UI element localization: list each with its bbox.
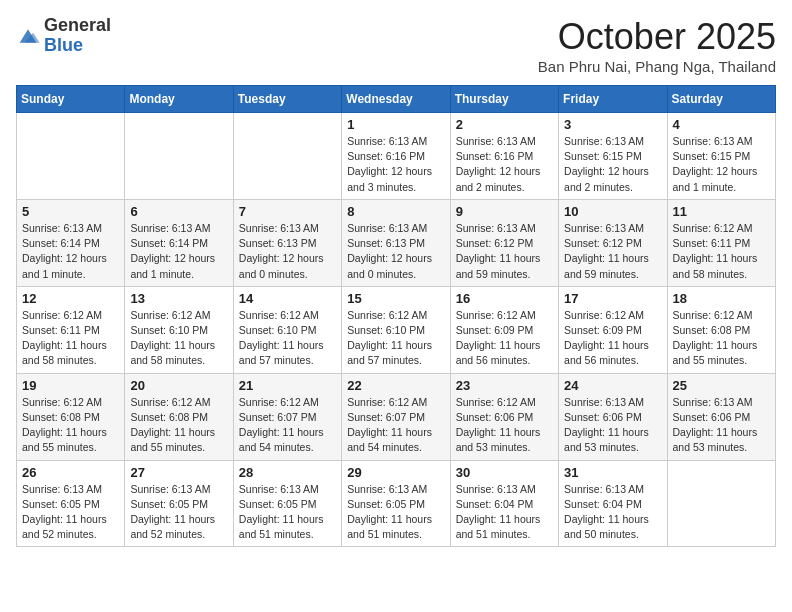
day-number: 13	[130, 291, 227, 306]
day-info: Sunrise: 6:13 AM Sunset: 6:05 PM Dayligh…	[130, 482, 227, 543]
calendar-cell: 13Sunrise: 6:12 AM Sunset: 6:10 PM Dayli…	[125, 286, 233, 373]
day-info: Sunrise: 6:12 AM Sunset: 6:09 PM Dayligh…	[564, 308, 661, 369]
calendar-week-row: 26Sunrise: 6:13 AM Sunset: 6:05 PM Dayli…	[17, 460, 776, 547]
day-info: Sunrise: 6:13 AM Sunset: 6:12 PM Dayligh…	[564, 221, 661, 282]
day-info: Sunrise: 6:12 AM Sunset: 6:10 PM Dayligh…	[130, 308, 227, 369]
calendar-cell: 6Sunrise: 6:13 AM Sunset: 6:14 PM Daylig…	[125, 199, 233, 286]
calendar-cell	[125, 113, 233, 200]
calendar-week-row: 5Sunrise: 6:13 AM Sunset: 6:14 PM Daylig…	[17, 199, 776, 286]
calendar-cell	[17, 113, 125, 200]
calendar-cell: 2Sunrise: 6:13 AM Sunset: 6:16 PM Daylig…	[450, 113, 558, 200]
calendar-cell: 30Sunrise: 6:13 AM Sunset: 6:04 PM Dayli…	[450, 460, 558, 547]
day-number: 10	[564, 204, 661, 219]
day-info: Sunrise: 6:12 AM Sunset: 6:08 PM Dayligh…	[22, 395, 119, 456]
day-number: 30	[456, 465, 553, 480]
calendar-cell: 15Sunrise: 6:12 AM Sunset: 6:10 PM Dayli…	[342, 286, 450, 373]
calendar-cell: 12Sunrise: 6:12 AM Sunset: 6:11 PM Dayli…	[17, 286, 125, 373]
weekday-header-wednesday: Wednesday	[342, 86, 450, 113]
weekday-header-row: SundayMondayTuesdayWednesdayThursdayFrid…	[17, 86, 776, 113]
day-info: Sunrise: 6:12 AM Sunset: 6:11 PM Dayligh…	[22, 308, 119, 369]
day-number: 8	[347, 204, 444, 219]
day-info: Sunrise: 6:13 AM Sunset: 6:15 PM Dayligh…	[564, 134, 661, 195]
calendar-cell: 22Sunrise: 6:12 AM Sunset: 6:07 PM Dayli…	[342, 373, 450, 460]
day-number: 11	[673, 204, 770, 219]
day-number: 27	[130, 465, 227, 480]
calendar-cell: 24Sunrise: 6:13 AM Sunset: 6:06 PM Dayli…	[559, 373, 667, 460]
calendar-cell: 27Sunrise: 6:13 AM Sunset: 6:05 PM Dayli…	[125, 460, 233, 547]
day-info: Sunrise: 6:13 AM Sunset: 6:06 PM Dayligh…	[564, 395, 661, 456]
calendar-cell: 7Sunrise: 6:13 AM Sunset: 6:13 PM Daylig…	[233, 199, 341, 286]
calendar-table: SundayMondayTuesdayWednesdayThursdayFrid…	[16, 85, 776, 547]
day-info: Sunrise: 6:12 AM Sunset: 6:10 PM Dayligh…	[347, 308, 444, 369]
calendar-cell: 20Sunrise: 6:12 AM Sunset: 6:08 PM Dayli…	[125, 373, 233, 460]
weekday-header-thursday: Thursday	[450, 86, 558, 113]
day-number: 1	[347, 117, 444, 132]
calendar-cell: 23Sunrise: 6:12 AM Sunset: 6:06 PM Dayli…	[450, 373, 558, 460]
day-info: Sunrise: 6:13 AM Sunset: 6:12 PM Dayligh…	[456, 221, 553, 282]
day-number: 6	[130, 204, 227, 219]
weekday-header-monday: Monday	[125, 86, 233, 113]
day-info: Sunrise: 6:12 AM Sunset: 6:07 PM Dayligh…	[239, 395, 336, 456]
day-info: Sunrise: 6:13 AM Sunset: 6:05 PM Dayligh…	[22, 482, 119, 543]
day-info: Sunrise: 6:13 AM Sunset: 6:06 PM Dayligh…	[673, 395, 770, 456]
calendar-cell: 5Sunrise: 6:13 AM Sunset: 6:14 PM Daylig…	[17, 199, 125, 286]
day-info: Sunrise: 6:13 AM Sunset: 6:05 PM Dayligh…	[347, 482, 444, 543]
calendar-cell	[233, 113, 341, 200]
calendar-cell: 21Sunrise: 6:12 AM Sunset: 6:07 PM Dayli…	[233, 373, 341, 460]
calendar-cell: 10Sunrise: 6:13 AM Sunset: 6:12 PM Dayli…	[559, 199, 667, 286]
day-info: Sunrise: 6:13 AM Sunset: 6:16 PM Dayligh…	[456, 134, 553, 195]
calendar-cell	[667, 460, 775, 547]
weekday-header-sunday: Sunday	[17, 86, 125, 113]
day-number: 21	[239, 378, 336, 393]
logo: General Blue	[16, 16, 111, 56]
logo-text: General Blue	[44, 16, 111, 56]
calendar-cell: 31Sunrise: 6:13 AM Sunset: 6:04 PM Dayli…	[559, 460, 667, 547]
logo-general: General	[44, 16, 111, 36]
day-number: 2	[456, 117, 553, 132]
day-number: 15	[347, 291, 444, 306]
day-info: Sunrise: 6:12 AM Sunset: 6:08 PM Dayligh…	[130, 395, 227, 456]
day-info: Sunrise: 6:13 AM Sunset: 6:15 PM Dayligh…	[673, 134, 770, 195]
day-number: 29	[347, 465, 444, 480]
day-info: Sunrise: 6:12 AM Sunset: 6:10 PM Dayligh…	[239, 308, 336, 369]
day-info: Sunrise: 6:13 AM Sunset: 6:05 PM Dayligh…	[239, 482, 336, 543]
calendar-cell: 8Sunrise: 6:13 AM Sunset: 6:13 PM Daylig…	[342, 199, 450, 286]
day-info: Sunrise: 6:13 AM Sunset: 6:14 PM Dayligh…	[22, 221, 119, 282]
day-number: 3	[564, 117, 661, 132]
logo-icon	[16, 26, 40, 46]
weekday-header-friday: Friday	[559, 86, 667, 113]
day-info: Sunrise: 6:13 AM Sunset: 6:14 PM Dayligh…	[130, 221, 227, 282]
day-number: 24	[564, 378, 661, 393]
calendar-cell: 19Sunrise: 6:12 AM Sunset: 6:08 PM Dayli…	[17, 373, 125, 460]
title-block: October 2025 Ban Phru Nai, Phang Nga, Th…	[538, 16, 776, 75]
day-number: 28	[239, 465, 336, 480]
calendar-cell: 26Sunrise: 6:13 AM Sunset: 6:05 PM Dayli…	[17, 460, 125, 547]
day-number: 18	[673, 291, 770, 306]
calendar-cell: 3Sunrise: 6:13 AM Sunset: 6:15 PM Daylig…	[559, 113, 667, 200]
location: Ban Phru Nai, Phang Nga, Thailand	[538, 58, 776, 75]
calendar-cell: 4Sunrise: 6:13 AM Sunset: 6:15 PM Daylig…	[667, 113, 775, 200]
day-number: 7	[239, 204, 336, 219]
calendar-cell: 16Sunrise: 6:12 AM Sunset: 6:09 PM Dayli…	[450, 286, 558, 373]
day-number: 4	[673, 117, 770, 132]
calendar-cell: 29Sunrise: 6:13 AM Sunset: 6:05 PM Dayli…	[342, 460, 450, 547]
day-number: 9	[456, 204, 553, 219]
day-info: Sunrise: 6:12 AM Sunset: 6:06 PM Dayligh…	[456, 395, 553, 456]
calendar-cell: 17Sunrise: 6:12 AM Sunset: 6:09 PM Dayli…	[559, 286, 667, 373]
page-header: General Blue October 2025 Ban Phru Nai, …	[16, 16, 776, 75]
day-number: 12	[22, 291, 119, 306]
day-number: 20	[130, 378, 227, 393]
calendar-week-row: 12Sunrise: 6:12 AM Sunset: 6:11 PM Dayli…	[17, 286, 776, 373]
logo-blue: Blue	[44, 36, 111, 56]
day-info: Sunrise: 6:13 AM Sunset: 6:04 PM Dayligh…	[456, 482, 553, 543]
day-number: 17	[564, 291, 661, 306]
calendar-cell: 1Sunrise: 6:13 AM Sunset: 6:16 PM Daylig…	[342, 113, 450, 200]
day-info: Sunrise: 6:12 AM Sunset: 6:07 PM Dayligh…	[347, 395, 444, 456]
calendar-cell: 14Sunrise: 6:12 AM Sunset: 6:10 PM Dayli…	[233, 286, 341, 373]
day-number: 22	[347, 378, 444, 393]
day-info: Sunrise: 6:13 AM Sunset: 6:13 PM Dayligh…	[239, 221, 336, 282]
weekday-header-saturday: Saturday	[667, 86, 775, 113]
day-number: 26	[22, 465, 119, 480]
day-number: 19	[22, 378, 119, 393]
calendar-cell: 11Sunrise: 6:12 AM Sunset: 6:11 PM Dayli…	[667, 199, 775, 286]
